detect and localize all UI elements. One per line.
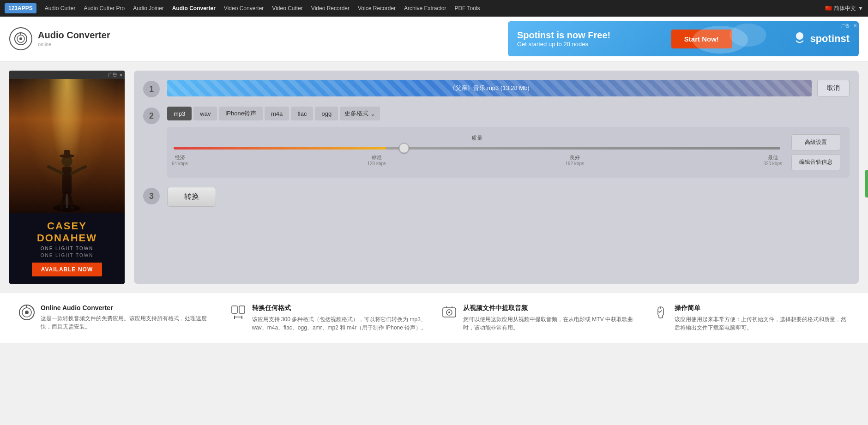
more-formats-button[interactable]: 更多格式 ⌄ xyxy=(340,107,380,120)
svg-point-2 xyxy=(19,37,22,40)
ad-subtext: Get started up to 20 nodes xyxy=(517,41,610,48)
step-1-content: 《父亲》音乐.mp3 (13.28 Mb) 取消 xyxy=(167,80,850,96)
info-body-0: 这是一款转换音频文件的免费应用。该应用支持所有格式，处理速度快，而且无需安装。 xyxy=(41,314,216,331)
extract-audio-icon xyxy=(441,304,458,324)
ad-text-block: Spotinst is now Free! Get started up to … xyxy=(517,30,610,48)
info-title-3: 操作简单 xyxy=(675,304,850,312)
bottom-info-section: Online Audio Converter 这是一款转换音频文件的免费应用。该… xyxy=(0,293,868,343)
converter-panel: 1 《父亲》音乐.mp3 (13.28 Mb) 取消 2 mp3 wav iPh… xyxy=(134,71,859,284)
svg-rect-9 xyxy=(64,150,70,156)
quality-slider-thumb[interactable] xyxy=(399,143,409,153)
language-label: 简体中文 xyxy=(834,5,856,12)
quality-left: 质量 经济 64 kbps 标准 xyxy=(172,134,782,166)
step-2-row: 2 mp3 wav iPhone铃声 m4a flac ogg 更多格式 ⌄ xyxy=(143,107,850,178)
format-convert-icon xyxy=(230,304,247,324)
ad-banner: 广告 ✕ Spotinst is now Free! Get started u… xyxy=(508,21,859,56)
album-name: — ONE LIGHT TOWN — xyxy=(17,246,117,251)
nav-audio-cutter[interactable]: Audio Cutter xyxy=(41,3,79,13)
step-3-content: 转换 xyxy=(167,187,850,207)
nav-pdf-tools[interactable]: PDF Tools xyxy=(451,3,483,13)
scroll-indicator[interactable] xyxy=(865,170,868,198)
ad-close-button[interactable]: ✕ xyxy=(853,23,857,28)
quality-slider-container[interactable] xyxy=(172,147,782,150)
quality-slider-track xyxy=(174,147,780,150)
svg-rect-20 xyxy=(239,306,245,313)
info-body-3: 该应用使用起来非常方便：上传初始文件，选择想要的格式和质量，然后将输出文件下载至… xyxy=(675,315,850,332)
nav-voice-recorder[interactable]: Voice Recorder xyxy=(354,3,399,13)
quality-mark-standard: 标准 128 kbps xyxy=(367,154,386,166)
format-tabs: mp3 wav iPhone铃声 m4a flac ogg 更多格式 ⌄ xyxy=(167,107,850,120)
quality-marks: 经济 64 kbps 标准 128 kbps 良好 192 kbps xyxy=(172,154,782,166)
quality-mark-economy: 经济 64 kbps xyxy=(172,154,188,166)
info-text-1: 转换任何格式 该应用支持 300 多种格式（包括视频格式），可以将它们转换为 m… xyxy=(252,304,428,332)
nav-audio-converter[interactable]: Audio Converter xyxy=(169,3,219,13)
file-name-label: 《父亲》音乐.mp3 (13.28 Mb) xyxy=(449,84,529,92)
track-info-button[interactable]: 编辑音轨信息 xyxy=(791,154,840,170)
format-tab-wav[interactable]: wav xyxy=(193,107,217,120)
step-1-number: 1 xyxy=(143,81,160,97)
app-header: Audio Converter online 广告 ✕ Spotinst is … xyxy=(0,17,868,61)
quality-right: 高级设置 编辑音轨信息 xyxy=(791,134,840,170)
cancel-button[interactable]: 取消 xyxy=(817,80,850,96)
svg-line-10 xyxy=(48,167,62,174)
step-2-content: mp3 wav iPhone铃声 m4a flac ogg 更多格式 ⌄ 质量 xyxy=(167,107,850,178)
language-selector[interactable]: 🇨🇳 简体中文 ▼ xyxy=(825,5,863,12)
audio-converter-icon xyxy=(18,304,35,324)
concert-image xyxy=(9,79,125,213)
format-tab-flac[interactable]: flac xyxy=(291,107,313,120)
nav-video-recorder[interactable]: Video Recorder xyxy=(307,3,353,13)
top-navigation: 123APPS Audio Cutter Audio Cutter Pro Au… xyxy=(0,0,868,17)
info-title-0: Online Audio Converter xyxy=(41,304,216,311)
file-bar: 《父亲》音乐.mp3 (13.28 Mb) 取消 xyxy=(167,80,850,96)
more-formats-label: 更多格式 xyxy=(344,109,368,118)
info-body-2: 您可以使用这款应用从视频中提取音频，在从电影或 MTV 中获取歌曲时，该功能非常… xyxy=(463,315,639,332)
available-button[interactable]: AVAILABLE NOW xyxy=(32,263,102,276)
quality-label: 质量 xyxy=(172,134,782,142)
ad-top-bar: 广告 ✕ xyxy=(9,71,125,79)
step-3-number: 3 xyxy=(143,188,160,204)
advanced-settings-button[interactable]: 高级设置 xyxy=(791,134,840,150)
brand-logo[interactable]: 123APPS xyxy=(5,3,36,13)
info-text-3: 操作简单 该应用使用起来非常方便：上传初始文件，选择想要的格式和质量，然后将输出… xyxy=(675,304,850,332)
app-title: Audio Converter xyxy=(38,30,110,41)
left-advertisement: 广告 ✕ xyxy=(9,71,125,284)
svg-point-4 xyxy=(796,32,803,40)
format-tab-mp3[interactable]: mp3 xyxy=(167,107,192,120)
app-subtitle: online xyxy=(38,42,51,47)
ad-logo-text: spotinst xyxy=(810,33,850,45)
nav-video-converter[interactable]: Video Converter xyxy=(220,3,268,13)
flag-icon: 🇨🇳 xyxy=(825,5,832,12)
info-text-2: 从视频文件中提取音频 您可以使用这款应用从视频中提取音频，在从电影或 MTV 中… xyxy=(463,304,639,332)
easy-use-icon xyxy=(652,304,669,324)
svg-line-11 xyxy=(72,167,85,174)
step-2-number: 2 xyxy=(143,108,160,124)
ad-bottom-content: CASEY DONAHEW — ONE LIGHT TOWN — ONE LIG… xyxy=(9,213,125,284)
nav-audio-cutter-pro[interactable]: Audio Cutter Pro xyxy=(80,3,128,13)
file-progress-bar: 《父亲》音乐.mp3 (13.28 Mb) xyxy=(167,80,812,96)
ad-logo: spotinst xyxy=(792,31,850,46)
svg-point-17 xyxy=(25,311,29,314)
info-text-0: Online Audio Converter 这是一款转换音频文件的免费应用。该… xyxy=(41,304,216,331)
svg-rect-6 xyxy=(62,167,72,194)
nav-audio-joiner[interactable]: Audio Joiner xyxy=(129,3,168,13)
step-1-row: 1 《父亲》音乐.mp3 (13.28 Mb) 取消 xyxy=(143,80,850,97)
svg-rect-19 xyxy=(232,306,237,313)
info-title-2: 从视频文件中提取音频 xyxy=(463,304,639,312)
nav-archive-extractor[interactable]: Archive Extractor xyxy=(400,3,450,13)
info-block-0: Online Audio Converter 这是一款转换音频文件的免费应用。该… xyxy=(18,304,216,332)
quality-section: 质量 经济 64 kbps 标准 xyxy=(167,127,850,178)
format-tab-ogg[interactable]: ogg xyxy=(315,107,338,120)
nav-video-cutter[interactable]: Video Cutter xyxy=(268,3,307,13)
main-content: 广告 ✕ xyxy=(0,61,868,293)
info-block-1: 转换任何格式 该应用支持 300 多种格式（包括视频格式），可以将它们转换为 m… xyxy=(230,304,428,332)
ad-close-left[interactable]: ✕ xyxy=(119,72,123,78)
step-3-row: 3 转换 xyxy=(143,187,850,207)
info-block-2: 从视频文件中提取音频 您可以使用这款应用从视频中提取音频，在从电影或 MTV 中… xyxy=(441,304,639,332)
format-tab-m4a[interactable]: m4a xyxy=(265,107,289,120)
chevron-down-icon: ⌄ xyxy=(370,110,375,117)
info-body-1: 该应用支持 300 多种格式（包括视频格式），可以将它们转换为 mp3、wav、… xyxy=(252,315,428,332)
artist-name: CASEY DONAHEW xyxy=(17,220,117,244)
format-tab-iphone[interactable]: iPhone铃声 xyxy=(219,107,262,120)
ad-headline: Spotinst is now Free! xyxy=(517,30,610,41)
convert-button[interactable]: 转换 xyxy=(167,187,216,207)
